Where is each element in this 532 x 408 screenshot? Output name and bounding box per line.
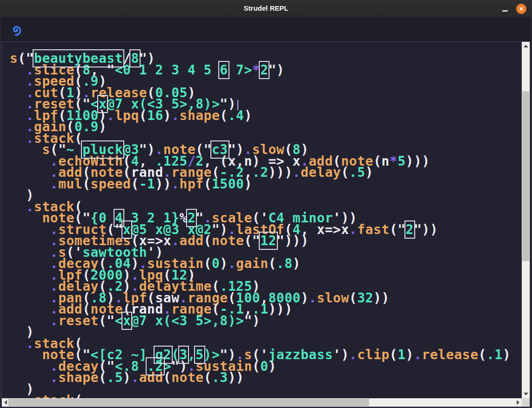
code-token: 1500 [212, 176, 244, 192]
code-token: @7 x(<3 5>,8)> [131, 313, 244, 328]
code-token: ( [204, 370, 212, 385]
code-token: ( [341, 165, 349, 180]
window-controls: × [502, 0, 526, 17]
code-token: . [26, 393, 34, 398]
horizontal-scrollbar[interactable] [2, 398, 522, 407]
code-token: . [50, 313, 58, 328]
code-token: .2 [252, 165, 269, 180]
code-token: ( [204, 176, 212, 192]
code-token: 1 [397, 347, 405, 362]
code-token: add [180, 233, 204, 248]
code-token: hpf [180, 176, 204, 192]
code-token: ( [269, 256, 276, 271]
vertical-scrollbar[interactable] [522, 42, 530, 398]
active-token: 12 [260, 233, 276, 248]
code-token: (" [244, 233, 260, 248]
code-editor[interactable]: s("beautybeast/8") .slice(8, "<0 1 2 3 4… [2, 42, 522, 398]
code-token: ") [244, 313, 260, 328]
code-token: ( [74, 393, 82, 398]
code-token: (" [99, 313, 115, 328]
code-token: . [228, 256, 236, 271]
code-token: ( [204, 256, 212, 271]
code-line: ) [10, 190, 522, 201]
code-token: reset [58, 313, 99, 328]
code-token: ) [406, 347, 414, 362]
code-token: note [171, 370, 203, 385]
code-token: shape [58, 370, 99, 385]
scroll-right-arrow-icon[interactable] [517, 400, 519, 405]
vertical-scrollbar-thumb[interactable] [522, 91, 529, 261]
code-token: .5 [107, 370, 123, 385]
titlebar: Strudel REPL × [0, 0, 532, 17]
code-token: release [422, 347, 478, 362]
code-token: ( [478, 347, 486, 362]
code-line: .reset("<x@7 x(<3 5>,8)>") [10, 315, 522, 327]
code-token: ) [269, 359, 276, 374]
code-token: .8 [276, 256, 293, 271]
code-token: "))) [276, 233, 309, 248]
editor-frame: s("beautybeast/8") .slice(8, "<0 1 2 3 4… [1, 41, 530, 407]
code-token: 16 [147, 108, 163, 123]
code-token: stack [34, 393, 74, 398]
code-token: 0 [212, 256, 220, 271]
code-token: add [139, 370, 163, 385]
code-line: .gain(0.9) [10, 121, 522, 133]
code-token: ') [333, 347, 349, 362]
code-token: . [293, 165, 301, 180]
close-icon: × [519, 5, 524, 12]
code-token: (" [390, 222, 406, 237]
scroll-up-arrow-icon[interactable] [524, 45, 528, 47]
close-button[interactable]: × [516, 4, 526, 14]
strudel-logo-icon[interactable] [10, 23, 23, 36]
code-token: ( [252, 359, 260, 374]
code-token: jazzbass [268, 347, 333, 362]
code-token: . [107, 108, 114, 123]
code-line: ) [10, 384, 522, 395]
active-token: 6 [220, 62, 228, 78]
code-line: .stack( [10, 395, 522, 398]
code-token: ) [123, 370, 131, 385]
code-token: ))) [269, 165, 293, 180]
code-token: ( [82, 176, 90, 192]
scrollbar-corner [522, 398, 530, 407]
code-token: gain [236, 256, 268, 271]
code-token: ) [163, 108, 171, 123]
code-token: ) [99, 119, 107, 134]
code-token: ( [390, 347, 397, 362]
code-token: ( [99, 370, 107, 385]
code-token: )) [373, 290, 390, 306]
code-token: ( [220, 108, 228, 123]
code-token: ( [349, 290, 357, 306]
code-token: 5 [397, 154, 405, 169]
code-token: ) [365, 165, 373, 180]
code-token: .5 [349, 165, 365, 180]
code-token: 0 [260, 359, 268, 374]
window-title: Strudel REPL [0, 4, 532, 12]
code-token: ))) [269, 301, 293, 317]
code-token: .4 [228, 108, 244, 123]
code-token: * [252, 62, 260, 78]
active-token: x [123, 313, 131, 328]
code-token: lpq [115, 108, 139, 123]
scroll-left-arrow-icon[interactable] [4, 400, 7, 405]
active-token: 2 [406, 222, 414, 237]
code-token: ) [244, 176, 252, 192]
code-token: ( [131, 176, 139, 192]
horizontal-scrollbar-thumb[interactable] [8, 399, 369, 406]
code-token: )) [155, 176, 171, 192]
code-token: .3 [212, 370, 228, 385]
code-token: 7> [228, 62, 252, 78]
code-token: ) [293, 256, 301, 271]
code-token: mul [58, 176, 82, 192]
code-line: .mul(speed(-1)).hpf(1500) [10, 179, 522, 190]
code-token: speed [91, 176, 131, 192]
code-token: delay [301, 165, 341, 180]
code-token: . [171, 233, 179, 248]
code-token: clip [357, 347, 389, 362]
code-token: . [349, 347, 357, 362]
code-token: fast [357, 222, 389, 237]
code-token: -1 [139, 176, 155, 192]
scroll-down-arrow-icon[interactable] [524, 393, 528, 395]
minimize-button[interactable] [502, 4, 508, 13]
code-token: 32 [357, 290, 373, 306]
